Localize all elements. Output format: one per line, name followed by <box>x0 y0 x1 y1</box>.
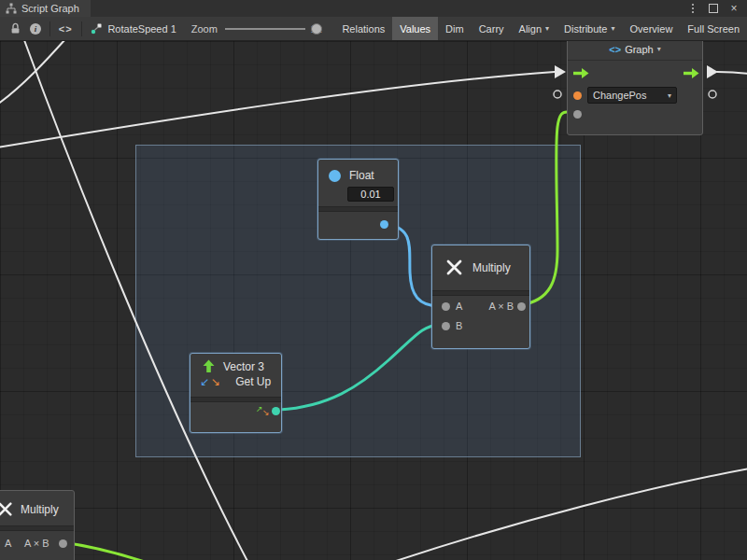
multiply-output-port[interactable] <box>517 302 526 311</box>
chevron-down-icon: ▾ <box>657 45 661 53</box>
output-value-port[interactable] <box>573 110 582 119</box>
dropdown-caret-icon: ▾ <box>545 24 549 33</box>
node-title: Float <box>349 169 374 182</box>
node-float[interactable]: Float 0.01 <box>317 159 399 240</box>
port-label-out: A × B <box>24 538 49 550</box>
scope-label: Graph <box>625 44 654 55</box>
node-title: Multiply <box>21 503 59 516</box>
zoom-slider-handle[interactable] <box>311 23 322 35</box>
zoom-slider-track[interactable] <box>225 28 305 30</box>
dropdown-caret-icon: ▾ <box>612 24 615 33</box>
control-out-port-icon[interactable] <box>684 67 699 79</box>
graph-name: RotateSpeed 1 <box>107 23 176 35</box>
maximize-icon <box>709 4 718 13</box>
node-subtitle: Get Up <box>235 375 271 388</box>
variable-name-dropdown[interactable]: ChangePos ▾ <box>587 87 677 104</box>
multiply-partial-output-port[interactable] <box>59 539 67 548</box>
unity-script-graph-window: Script Graph × i <> <box>0 0 747 560</box>
toolbar-button-distribute[interactable]: Distribute ▾ <box>557 17 622 40</box>
node-set-variable[interactable]: <> Graph ▾ ChangePos ▾ <box>567 37 703 135</box>
toolbar-button-dim[interactable]: Dim ▾ <box>438 17 472 40</box>
button-label: Carry <box>479 23 504 35</box>
multiply-header: Multiply <box>432 245 529 276</box>
lock-button[interactable] <box>6 17 25 40</box>
toolbar-button-full-screen[interactable]: Full Screen ▾ <box>680 17 747 40</box>
port-label-a: A <box>456 301 462 313</box>
tab-label: Script Graph <box>21 3 79 14</box>
node-title: Multiply <box>472 261 511 274</box>
tab-script-graph[interactable]: Script Graph <box>0 0 91 17</box>
multiply-icon <box>445 259 463 276</box>
toolbar-button-overview[interactable]: Overview ▾ <box>623 17 681 40</box>
chevron-down-icon: ▾ <box>668 91 671 100</box>
getup-header-line2: ↙ ↘ Get Up <box>190 373 281 388</box>
port-label-b: B <box>456 320 462 332</box>
node-get-up[interactable]: Vector 3 ↙ ↘ Get Up ↗ ↘ <box>190 353 282 433</box>
node-divider <box>190 397 281 402</box>
button-label: Distribute <box>564 23 607 35</box>
info-icon: i <box>30 23 41 35</box>
zoom-label: Zoom <box>191 23 218 35</box>
float-value-input[interactable]: 0.01 <box>347 187 394 202</box>
arrow-up-icon <box>202 359 216 373</box>
variable-value-port[interactable] <box>573 91 582 100</box>
arrow-down-right-icon: ↘ <box>211 376 220 387</box>
graph-breadcrumb[interactable]: RotateSpeed 1 <box>85 22 181 35</box>
getup-header-line1: Vector 3 <box>190 354 281 373</box>
toolbar-button-relations[interactable]: Relations ▾ <box>334 17 392 40</box>
arrow-down-left-icon: ↙ <box>200 376 209 387</box>
graph-scope-icon: <> <box>609 44 621 55</box>
zoom-slider[interactable] <box>225 17 305 41</box>
float-type-icon <box>329 170 341 182</box>
window-controls: × <box>685 1 747 16</box>
set-variable-header[interactable]: <> Graph ▾ <box>568 38 702 61</box>
button-label: Align <box>519 23 542 35</box>
node-divider <box>0 525 74 531</box>
node-title: Vector 3 <box>223 360 264 373</box>
getup-output-port[interactable] <box>272 407 280 415</box>
multiply-partial-header: Multiply <box>0 491 74 517</box>
button-label: Overview <box>630 23 673 35</box>
node-divider <box>432 290 529 296</box>
info-button[interactable]: i <box>25 17 46 40</box>
port-label-out: A × B <box>488 301 514 313</box>
button-label: Full Screen <box>687 23 740 35</box>
script-graph-icon <box>6 3 17 14</box>
node-multiply[interactable]: Multiply A A × B B <box>431 245 530 349</box>
vector3-type-icon-down: ↘ <box>262 409 270 417</box>
variable-name: ChangePos <box>593 90 647 101</box>
port-label-a: A <box>5 538 11 550</box>
window-titlebar: Script Graph × <box>0 0 747 18</box>
float-header: Float <box>318 160 398 182</box>
toolbar-buttons: Relations ▾ Values ▾ Dim ▾ Carry ▾ Align… <box>334 17 747 40</box>
button-label: Dim <box>445 23 464 35</box>
multiply-input-b-port[interactable] <box>442 322 450 330</box>
close-button[interactable]: × <box>726 1 741 16</box>
maximize-button[interactable] <box>706 1 721 16</box>
window-menu-button[interactable] <box>685 1 700 16</box>
graph-toolbar: i <> RotateSpeed 1 Zoom 1x Relations ▾ V… <box>0 17 747 41</box>
node-divider <box>318 206 398 212</box>
toolbar-button-carry[interactable]: Carry ▾ <box>472 17 512 40</box>
lock-icon <box>10 22 21 35</box>
float-output-port[interactable] <box>380 220 388 229</box>
multiply-icon <box>0 501 13 517</box>
toolbar-button-values[interactable]: Values ▾ <box>392 17 438 40</box>
button-label: Relations <box>342 23 385 35</box>
graph-asset-icon <box>91 22 103 35</box>
node-multiply-partial[interactable]: Multiply A A × B <box>0 490 75 560</box>
button-label: Values <box>400 23 430 35</box>
multiply-input-a-port[interactable] <box>442 302 450 311</box>
kebab-menu-icon <box>692 4 694 13</box>
control-in-port-icon[interactable] <box>573 67 589 79</box>
toolbar-separator <box>81 21 82 36</box>
code-preview-button[interactable]: <> <box>54 17 78 40</box>
toolbar-button-align[interactable]: Align ▾ <box>512 17 557 40</box>
toolbar-separator <box>49 21 50 36</box>
